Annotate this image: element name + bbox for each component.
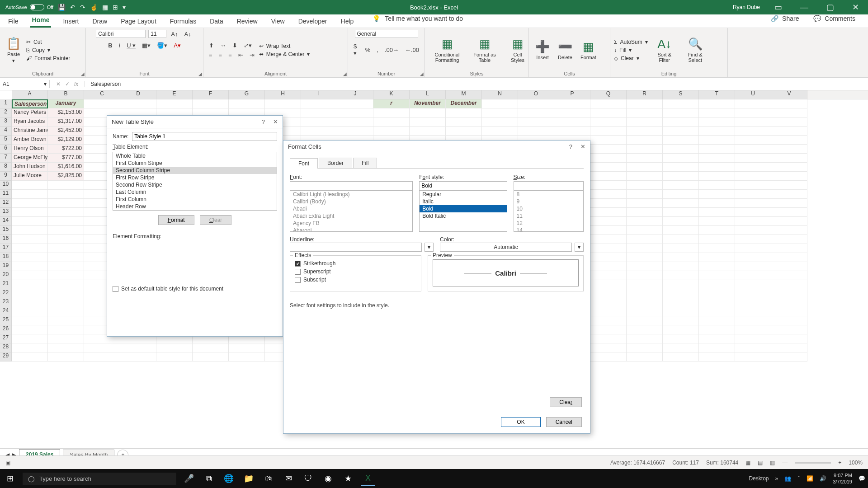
cell[interactable] [735, 352, 771, 361]
col-header[interactable]: K [373, 90, 410, 99]
cell[interactable] [337, 127, 373, 136]
cell[interactable] [590, 117, 627, 127]
italic-button[interactable]: I [117, 42, 123, 49]
cell[interactable] [590, 280, 627, 289]
list-item[interactable]: Header Row [113, 203, 277, 210]
cell[interactable] [446, 117, 482, 127]
format-cells-button[interactable]: ▦Format [578, 39, 599, 61]
cell[interactable] [48, 280, 84, 289]
cell[interactable] [590, 235, 627, 244]
cell[interactable] [771, 307, 807, 316]
cell[interactable] [12, 280, 48, 289]
sort-filter-button[interactable]: A↓Sort & Filter [651, 36, 679, 64]
cell[interactable] [12, 253, 48, 262]
format-as-table-button[interactable]: ▦Format as Table [468, 36, 501, 64]
cell[interactable] [229, 343, 265, 352]
cell[interactable] [663, 136, 699, 145]
cell[interactable] [120, 352, 156, 361]
chevron-down-icon[interactable]: ▾ [425, 243, 434, 252]
row-header[interactable]: 19 [0, 262, 12, 271]
increase-indent-icon[interactable]: ⇥ [248, 51, 256, 59]
cell[interactable] [699, 163, 735, 172]
row-header[interactable]: 22 [0, 289, 12, 298]
cell[interactable] [590, 244, 627, 253]
cell[interactable] [301, 117, 337, 127]
cell[interactable] [156, 99, 193, 108]
taskbar-search[interactable]: ◯Type here to search [23, 473, 176, 485]
cell[interactable] [446, 108, 482, 117]
cell[interactable] [554, 108, 590, 117]
view-pagebreak-icon[interactable]: ▥ [770, 460, 775, 466]
cell[interactable] [627, 199, 663, 208]
cell[interactable] [735, 99, 771, 108]
cell[interactable] [663, 190, 699, 199]
cell[interactable] [590, 271, 627, 280]
col-header[interactable]: E [156, 90, 193, 99]
copy-button[interactable]: ⎘ Copy ▾ [26, 47, 70, 53]
redo-icon[interactable]: ↷ [80, 4, 85, 11]
cell[interactable]: Nancy Peters [12, 108, 48, 117]
tab-pagelayout[interactable]: Page Layout [119, 15, 158, 28]
cell[interactable] [627, 117, 663, 127]
cell[interactable] [410, 108, 446, 117]
cell[interactable] [48, 235, 84, 244]
ribbon-display-icon[interactable]: ▭ [771, 2, 786, 12]
cell[interactable] [12, 208, 48, 217]
col-header[interactable]: D [120, 90, 156, 99]
task-view-icon[interactable]: ⧉ [202, 471, 216, 486]
row-header[interactable]: 15 [0, 226, 12, 235]
row-header[interactable]: 3 [0, 117, 12, 127]
cell[interactable]: Julie Moore [12, 172, 48, 181]
cell[interactable] [590, 316, 627, 325]
cell[interactable] [590, 172, 627, 181]
help-icon[interactable]: ? [569, 143, 572, 150]
cell[interactable] [771, 172, 807, 181]
row-header[interactable]: 24 [0, 307, 12, 316]
cell[interactable] [663, 316, 699, 325]
cell[interactable] [48, 199, 84, 208]
tab-view[interactable]: View [269, 15, 287, 28]
cell[interactable] [627, 343, 663, 352]
row-header[interactable]: 10 [0, 181, 12, 190]
list-item[interactable]: Abadi [290, 205, 412, 212]
cell[interactable] [771, 199, 807, 208]
cell[interactable] [48, 217, 84, 226]
col-header[interactable]: T [699, 90, 735, 99]
cell[interactable] [771, 280, 807, 289]
qat-more-icon[interactable]: ▾ [123, 4, 126, 11]
cell[interactable] [627, 190, 663, 199]
font-color-button[interactable]: A▾ [172, 42, 183, 49]
cell[interactable] [120, 343, 156, 352]
cell[interactable] [735, 208, 771, 217]
accounting-format-icon[interactable]: $ ▾ [352, 42, 361, 57]
cell[interactable] [627, 208, 663, 217]
cell[interactable] [554, 117, 590, 127]
cell[interactable] [12, 325, 48, 334]
close-icon[interactable]: ✕ [273, 118, 278, 125]
cell[interactable] [771, 226, 807, 235]
list-item[interactable]: Whole Table [113, 152, 277, 160]
cell[interactable] [48, 190, 84, 199]
cell[interactable] [735, 226, 771, 235]
cell[interactable] [663, 108, 699, 117]
cell[interactable] [627, 181, 663, 190]
cell[interactable] [663, 145, 699, 154]
percent-format-icon[interactable]: % [363, 46, 373, 54]
cell[interactable] [12, 235, 48, 244]
cell[interactable] [590, 325, 627, 334]
list-item[interactable]: First Row Stripe [113, 174, 277, 181]
merge-center-button[interactable]: ⬌ Merge & Center ▾ [259, 51, 310, 57]
formula-input[interactable]: Salesperson [85, 80, 868, 88]
cell[interactable] [699, 316, 735, 325]
cell[interactable] [627, 298, 663, 307]
cell[interactable] [771, 108, 807, 117]
cell[interactable] [771, 208, 807, 217]
cell[interactable] [627, 217, 663, 226]
cell[interactable] [48, 307, 84, 316]
list-item[interactable]: Bold [420, 205, 506, 212]
cell[interactable] [518, 127, 554, 136]
row-header[interactable]: 29 [0, 352, 12, 361]
table-element-listbox[interactable]: Whole TableFirst Column StripeSecond Col… [113, 152, 277, 211]
cell[interactable] [627, 334, 663, 343]
cell[interactable] [771, 154, 807, 163]
